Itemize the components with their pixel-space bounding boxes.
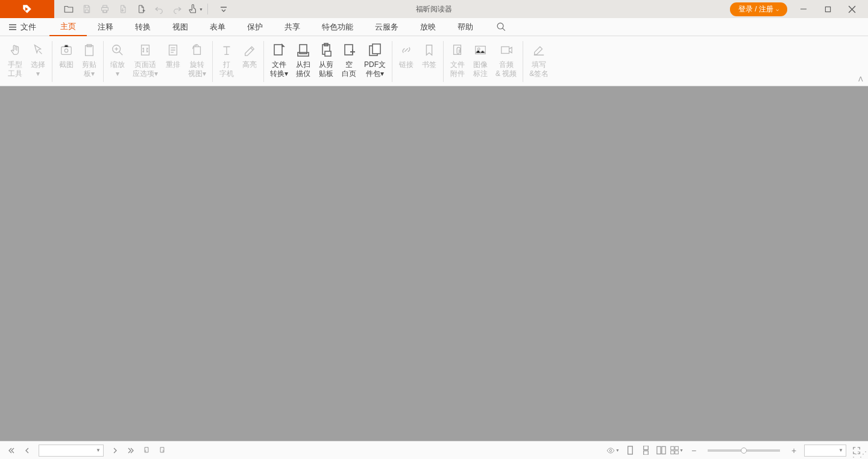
menu-tab[interactable]: 放映 [409, 18, 447, 36]
ribbon-button-label: 音频 & 视频 [495, 60, 517, 78]
ribbon-button-label: 手型 工具 [8, 60, 22, 78]
svg-rect-32 [675, 451, 678, 454]
image-icon [473, 42, 488, 58]
menu-tab[interactable]: 保护 [236, 18, 274, 36]
svg-rect-0 [825, 7, 830, 11]
svg-rect-15 [325, 51, 331, 56]
ribbon-button[interactable]: 空 白页 [338, 40, 360, 81]
blank-icon [341, 42, 357, 58]
svg-rect-25 [643, 446, 648, 450]
snapshot-icon [58, 42, 74, 58]
ribbon-button-label: 高亮 [242, 60, 257, 69]
ribbon-button-label: 打 字机 [219, 60, 234, 78]
export-icon[interactable] [115, 1, 131, 17]
next-page-icon[interactable] [108, 444, 122, 457]
reading-mode-icon[interactable]: ▼ [606, 444, 620, 457]
convert-icon [271, 42, 287, 58]
ribbon-group: 手型 工具选择 ▾ [4, 40, 49, 83]
attach-icon [450, 42, 465, 58]
window-controls [792, 1, 863, 17]
undo-icon[interactable] [151, 1, 168, 17]
touch-mode-icon[interactable]: ▼ [187, 1, 204, 17]
ribbon-group: 截图剪贴 板▾ [55, 40, 101, 83]
continuous-facing-icon[interactable]: ▼ [670, 444, 684, 457]
login-register-button[interactable]: 登录 / 注册 ⌵ [730, 2, 787, 16]
svg-rect-29 [671, 446, 674, 449]
ribbon-button: 选择 ▾ [27, 40, 49, 81]
minimize-button[interactable] [792, 1, 815, 17]
menu-tab[interactable]: 共享 [274, 18, 311, 36]
svg-rect-26 [643, 451, 648, 455]
ribbon-button: 音频 & 视频 [492, 40, 520, 81]
menu-tab[interactable]: 表单 [199, 18, 236, 36]
portfolio-icon [367, 42, 383, 58]
ribbon-button-label: 旋转 视图▾ [188, 60, 206, 78]
zoom-out-icon[interactable]: − [687, 444, 700, 457]
close-button[interactable] [840, 1, 863, 17]
ribbon-group: 文件 转换▾从扫 描仪从剪 贴板空 白页PDF文 件包▾ [266, 40, 389, 83]
av-icon [498, 42, 514, 58]
maximize-button[interactable] [816, 1, 839, 17]
file-menu-label: 文件 [20, 22, 36, 33]
ribbon-button: 缩放 ▾ [106, 40, 129, 81]
sign-icon [531, 42, 547, 58]
save-icon[interactable] [78, 1, 95, 17]
svg-rect-9 [194, 47, 201, 55]
qat-dropdown-icon[interactable] [212, 1, 236, 17]
menu-tab[interactable]: 云服务 [364, 18, 409, 36]
single-page-icon[interactable] [623, 444, 637, 457]
content-forward-icon[interactable] [156, 444, 169, 457]
zoom-in-icon[interactable]: + [787, 444, 800, 457]
new-icon[interactable] [133, 1, 149, 17]
ribbon-button-label: 重排 [166, 60, 180, 69]
menu-tab[interactable]: 视图 [162, 18, 199, 36]
chevron-down-icon: ⌵ [776, 6, 779, 12]
svg-rect-16 [345, 45, 353, 55]
ribbon-button[interactable]: 从扫 描仪 [292, 40, 315, 81]
scanner-icon [295, 42, 311, 58]
ribbon-button: 剪贴 板▾ [78, 40, 101, 81]
zoom-slider[interactable] [708, 449, 780, 452]
prev-page-icon[interactable] [20, 444, 34, 457]
redo-icon[interactable] [169, 1, 186, 17]
document-area [0, 86, 868, 441]
svg-rect-30 [675, 446, 678, 449]
menu-tab[interactable]: 注释 [87, 18, 124, 36]
ribbon-button[interactable]: PDF文 件包▾ [360, 40, 389, 81]
zoom-icon [110, 42, 125, 58]
resize-grip-icon[interactable]: ⋰⋰ [852, 451, 867, 458]
search-icon[interactable] [492, 19, 509, 36]
dropdown-icon: ▼ [838, 448, 843, 453]
first-page-icon[interactable] [5, 444, 18, 457]
clipboard-icon [81, 42, 97, 58]
menu-tab[interactable]: 转换 [124, 18, 162, 36]
continuous-page-icon[interactable] [639, 444, 652, 457]
menu-tab[interactable]: 特色功能 [311, 18, 364, 36]
ribbon-button: 重排 [162, 40, 184, 72]
collapse-ribbon-icon[interactable]: ᐱ [858, 75, 863, 83]
menu-tab[interactable]: 主页 [49, 18, 87, 36]
file-menu[interactable]: 文件 [8, 22, 36, 33]
zoom-level-input[interactable]: ▼ [804, 445, 846, 457]
hamburger-icon [8, 24, 17, 31]
app-logo-button[interactable] [0, 0, 54, 18]
ribbon-button-label: PDF文 件包▾ [364, 60, 386, 78]
print-icon[interactable] [96, 1, 113, 17]
content-back-icon[interactable] [140, 444, 153, 457]
svg-rect-28 [662, 446, 665, 454]
facing-page-icon[interactable] [655, 444, 668, 457]
last-page-icon[interactable] [124, 444, 137, 457]
ribbon-button-label: 文件 转换▾ [270, 60, 288, 78]
ribbon-button: 高亮 [238, 40, 261, 72]
ribbon-button[interactable]: 文件 转换▾ [266, 40, 292, 81]
zoom-slider-thumb[interactable] [741, 448, 747, 454]
menu-tab[interactable]: 帮助 [447, 18, 484, 36]
statusbar-left: ▼ [5, 444, 169, 457]
svg-point-21 [477, 48, 480, 50]
ribbon-button[interactable]: 从剪 贴板 [315, 40, 338, 81]
fromclip-icon [318, 42, 334, 58]
svg-rect-7 [142, 45, 149, 55]
page-number-input[interactable]: ▼ [39, 445, 104, 457]
open-icon[interactable] [60, 1, 77, 17]
ribbon-button: 链接 [395, 40, 418, 72]
